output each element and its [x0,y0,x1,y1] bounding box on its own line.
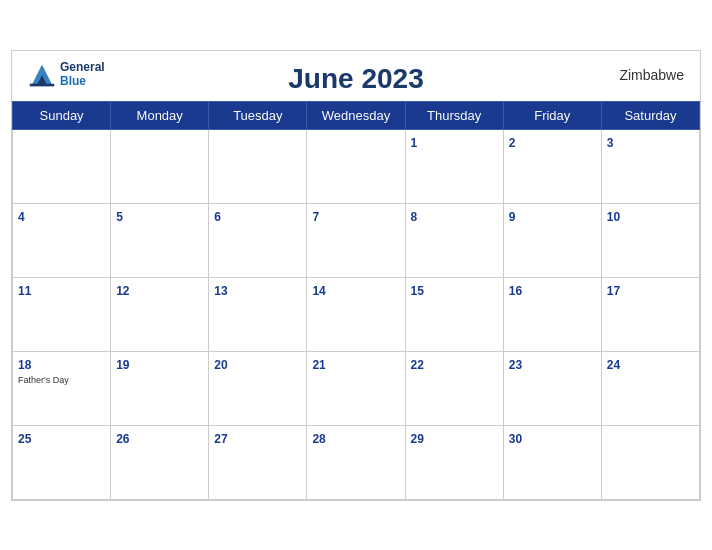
calendar-header: General Blue June 2023 Zimbabwe [12,51,700,101]
logo-icon [28,61,56,89]
date-number: 12 [116,284,129,298]
date-number: 26 [116,432,129,446]
date-number: 29 [411,432,424,446]
date-number: 7 [312,210,319,224]
header-friday: Friday [503,101,601,129]
calendar-cell: 14 [307,277,405,351]
date-number: 22 [411,358,424,372]
date-number: 17 [607,284,620,298]
date-number: 16 [509,284,522,298]
date-number: 14 [312,284,325,298]
week-row-3: 11121314151617 [13,277,700,351]
date-number: 6 [214,210,221,224]
date-number: 21 [312,358,325,372]
calendar-cell: 29 [405,425,503,499]
calendar-cell: 11 [13,277,111,351]
header-tuesday: Tuesday [209,101,307,129]
week-row-4: 18Father's Day192021222324 [13,351,700,425]
calendar-cell [111,129,209,203]
date-number: 10 [607,210,620,224]
calendar-cell: 5 [111,203,209,277]
date-number: 19 [116,358,129,372]
svg-rect-3 [30,83,55,86]
date-number: 1 [411,136,418,150]
date-number: 11 [18,284,31,298]
calendar-cell: 28 [307,425,405,499]
date-number: 18 [18,358,31,372]
logo-general: General [60,61,105,74]
date-number: 9 [509,210,516,224]
date-number: 25 [18,432,31,446]
country-name: Zimbabwe [619,67,684,83]
calendar-cell: 25 [13,425,111,499]
date-number: 27 [214,432,227,446]
calendar-cell: 16 [503,277,601,351]
date-number: 13 [214,284,227,298]
calendar-cell: 4 [13,203,111,277]
date-number: 20 [214,358,227,372]
header-saturday: Saturday [601,101,699,129]
logo-blue: Blue [60,75,105,88]
calendar-cell: 18Father's Day [13,351,111,425]
calendar-cell: 30 [503,425,601,499]
logo: General Blue [28,61,105,89]
calendar-cell: 22 [405,351,503,425]
calendar-cell: 26 [111,425,209,499]
calendar-cell: 19 [111,351,209,425]
date-number: 24 [607,358,620,372]
week-row-5: 252627282930 [13,425,700,499]
calendar-cell: 3 [601,129,699,203]
calendar-cell: 27 [209,425,307,499]
calendar-cell: 21 [307,351,405,425]
date-number: 3 [607,136,614,150]
week-row-1: 123 [13,129,700,203]
calendar-cell: 9 [503,203,601,277]
date-number: 5 [116,210,123,224]
calendar-cell: 10 [601,203,699,277]
header-monday: Monday [111,101,209,129]
week-row-2: 45678910 [13,203,700,277]
weekday-header-row: Sunday Monday Tuesday Wednesday Thursday… [13,101,700,129]
calendar-cell: 2 [503,129,601,203]
calendar-cell [307,129,405,203]
calendar-cell: 17 [601,277,699,351]
calendar-cell: 7 [307,203,405,277]
calendar-cell [209,129,307,203]
calendar-cell: 6 [209,203,307,277]
date-number: 15 [411,284,424,298]
calendar-table: Sunday Monday Tuesday Wednesday Thursday… [12,101,700,500]
calendar-cell [601,425,699,499]
event-label: Father's Day [18,375,105,386]
date-number: 8 [411,210,418,224]
calendar-cell: 12 [111,277,209,351]
calendar-cell: 24 [601,351,699,425]
calendar-cell: 20 [209,351,307,425]
calendar-cell: 1 [405,129,503,203]
date-number: 30 [509,432,522,446]
calendar-cell: 23 [503,351,601,425]
calendar-title: June 2023 [288,63,423,95]
calendar-cell: 15 [405,277,503,351]
header-thursday: Thursday [405,101,503,129]
calendar-cell: 8 [405,203,503,277]
calendar-container: General Blue June 2023 Zimbabwe Sunday M… [11,50,701,501]
date-number: 4 [18,210,25,224]
date-number: 23 [509,358,522,372]
date-number: 2 [509,136,516,150]
date-number: 28 [312,432,325,446]
calendar-cell [13,129,111,203]
header-sunday: Sunday [13,101,111,129]
calendar-cell: 13 [209,277,307,351]
header-wednesday: Wednesday [307,101,405,129]
